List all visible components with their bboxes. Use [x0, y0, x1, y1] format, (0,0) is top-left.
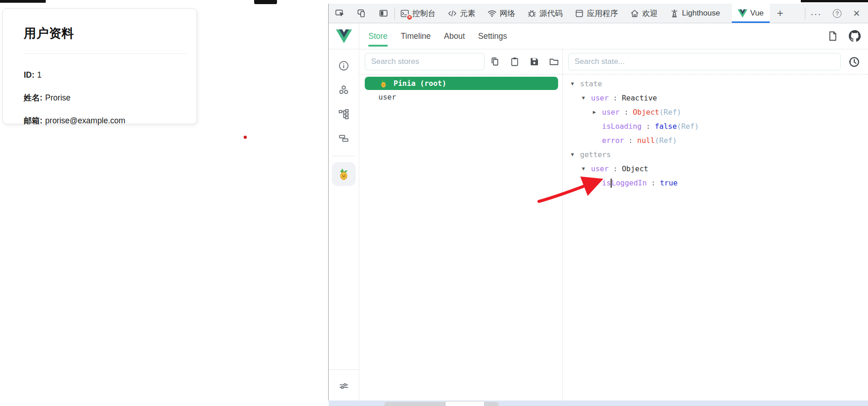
components-icon	[338, 84, 350, 96]
vue-logo-icon	[738, 9, 747, 18]
tree-caret-expanded[interactable]: ▼	[582, 166, 591, 172]
devtools-toolbar: ✕控制台元素网络源代码应用程序欢迎LighthouseVue + ···?✕	[329, 4, 868, 23]
help-icon[interactable]: ?	[833, 9, 841, 18]
search-state-input[interactable]	[568, 53, 841, 70]
profile-field-label: ID:	[24, 70, 34, 79]
tree-caret-expanded[interactable]: ▼	[582, 95, 591, 101]
tree-token: :	[620, 108, 633, 116]
github-icon[interactable]	[849, 30, 861, 42]
window-edge-fragment	[801, 0, 868, 2]
tree-token: getters	[580, 150, 611, 159]
sidebar-item-pinia-pineapple[interactable]	[332, 162, 356, 186]
store-item[interactable]: user	[365, 90, 558, 104]
state-tree-row[interactable]: ▼getters	[563, 148, 868, 162]
pinia-pineapple-icon	[379, 79, 388, 88]
sidebar-item-inspector-tree[interactable]	[334, 104, 354, 124]
browser-page: 用户资料 ID:1姓名:Prorise邮箱:prorise@example.co…	[0, 0, 328, 406]
devtools-tool-icons	[335, 8, 389, 18]
devtools-tab-应用程序[interactable]: 应用程序	[575, 4, 618, 23]
devtools-tab-Vue[interactable]: Vue	[732, 4, 770, 23]
store-item[interactable]: Pinia (root)	[365, 77, 558, 90]
error-count-badge: ✕	[406, 14, 413, 21]
sidebar-item-settings[interactable]	[334, 376, 354, 396]
devtools-tab-源代码[interactable]: 源代码	[527, 4, 563, 23]
state-tree-row[interactable]: ▶user : Object(Ref)	[563, 105, 868, 119]
open-folder-icon[interactable]	[548, 56, 559, 67]
profile-field-value: Prorise	[45, 93, 70, 102]
network-icon	[487, 9, 497, 18]
state-tree-row[interactable]: ▼user : Object	[563, 162, 868, 176]
tree-token: (Ref)	[677, 122, 699, 131]
devtools-panel: ✕控制台元素网络源代码应用程序欢迎LighthouseVue + ···?✕ S…	[328, 0, 868, 406]
vue-devtools-content: Pinia (root)user ▼state▼user : Reactive▶…	[329, 49, 868, 401]
devtools-tab-欢迎[interactable]: 欢迎	[630, 4, 658, 23]
tab-timeline[interactable]: Timeline	[401, 23, 431, 49]
taskbar-window-fragment	[445, 401, 485, 406]
sidebar-item-components[interactable]	[334, 80, 354, 100]
dock-side-icon[interactable]	[378, 8, 389, 18]
lighthouse-icon	[670, 9, 679, 18]
store-item-label: Pinia (root)	[394, 79, 447, 88]
devtools-tab-label: Lighthouse	[682, 9, 720, 18]
store-item-label: user	[378, 93, 396, 101]
state-tree-row[interactable]: isLoading : false(Ref)	[563, 119, 868, 133]
tree-caret-expanded[interactable]: ▼	[571, 152, 580, 158]
devtools-tab-Lighthouse[interactable]: Lighthouse	[670, 4, 720, 23]
tree-token: error	[602, 136, 624, 145]
state-tree-row[interactable]: ▼user : Reactive	[563, 91, 868, 105]
copy-icon[interactable]	[490, 56, 501, 67]
store-search-row	[359, 49, 562, 74]
sidebar-item-timeline-layers[interactable]	[334, 128, 354, 148]
clipboard-paste-icon[interactable]	[509, 56, 520, 67]
red-dot-indicator	[244, 136, 247, 139]
tab-settings[interactable]: Settings	[478, 23, 507, 49]
tree-token: user	[591, 164, 609, 173]
vue-logo	[329, 23, 359, 49]
device-toolbar-icon[interactable]	[357, 8, 367, 18]
window-controls: ···?✕	[810, 9, 868, 18]
profile-field: 姓名:Prorise	[24, 92, 186, 104]
save-icon[interactable]	[529, 56, 540, 67]
vue-devtools-tabs: StoreTimelineAboutSettings	[368, 23, 507, 49]
tree-token: user	[602, 108, 620, 116]
tree-token: :	[624, 136, 637, 145]
profile-field: ID:1	[24, 69, 186, 81]
profile-field: 邮箱:prorise@example.com	[24, 115, 186, 127]
tree-token: state	[580, 79, 602, 88]
tree-caret-collapsed[interactable]: ▶	[593, 109, 602, 115]
devtools-tab-网络[interactable]: 网络	[487, 4, 515, 23]
sidebar-item-info-circle[interactable]	[334, 56, 354, 76]
store-list: Pinia (root)user	[359, 74, 562, 104]
history-icon[interactable]	[847, 55, 861, 69]
search-stores-input[interactable]	[365, 53, 485, 70]
tree-token: :	[642, 122, 655, 131]
profile-field-label: 姓名:	[24, 93, 43, 102]
devtools-left-divider[interactable]	[328, 4, 329, 401]
state-tree: ▼state▼user : Reactive▶user : Object(Ref…	[563, 74, 868, 190]
tab-about[interactable]: About	[444, 23, 465, 49]
document-icon[interactable]	[827, 30, 839, 42]
devtools-tab-label: 控制台	[412, 8, 436, 19]
more-tabs-button[interactable]: +	[777, 8, 783, 19]
vue-logo-icon	[336, 29, 352, 43]
tree-caret-expanded[interactable]: ▼	[571, 81, 580, 87]
more-options-icon[interactable]: ···	[810, 9, 821, 18]
devtools-tab-控制台[interactable]: ✕控制台	[400, 4, 436, 23]
vue-devtools-header: StoreTimelineAboutSettings	[329, 23, 868, 49]
tree-token: false	[655, 122, 677, 131]
window-edge-fragment	[254, 0, 277, 4]
tab-store[interactable]: Store	[368, 23, 388, 49]
state-tree-row[interactable]: error : null(Ref)	[563, 133, 868, 148]
devtools-tab-元素[interactable]: 元素	[447, 4, 475, 23]
profile-field-value: prorise@example.com	[45, 116, 125, 125]
state-tree-row[interactable]: ▼state	[563, 77, 868, 91]
tree-token: user	[591, 94, 609, 102]
devtools-tab-label: 源代码	[539, 8, 563, 19]
state-tree-row[interactable]: isLoggedIn : true	[563, 176, 868, 190]
tree-token: :	[609, 94, 622, 102]
pinia-pineapple-icon	[337, 167, 351, 181]
application-icon	[575, 9, 584, 18]
tree-token: :	[609, 164, 622, 173]
close-icon[interactable]: ✕	[853, 9, 860, 18]
inspect-element-icon[interactable]	[335, 8, 345, 18]
